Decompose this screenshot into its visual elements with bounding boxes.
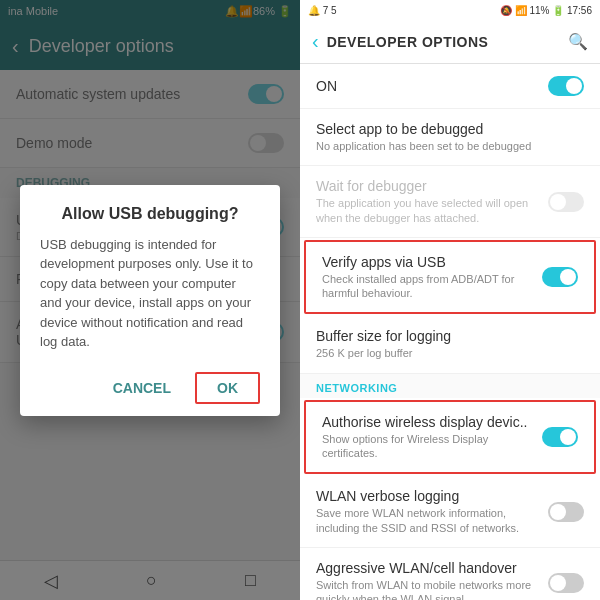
setting-text: Wait for debugger The application you ha…	[316, 178, 548, 225]
left-panel: ina Mobile 🔔📶86% 🔋 ‹ Developer options A…	[0, 0, 300, 600]
setting-sub: 256 K per log buffer	[316, 346, 576, 360]
section-networking: NETWORKING	[300, 374, 600, 398]
toggle-wlan-verbose[interactable]	[548, 502, 584, 522]
setting-label: Aggressive WLAN/cell handover	[316, 560, 540, 576]
right-status-left: 🔔 7 5	[308, 5, 337, 16]
setting-sub: No application has been set to be debugg…	[316, 139, 576, 153]
right-status-right: 🔕 📶 11% 🔋 17:56	[500, 5, 592, 16]
setting-sub: Switch from WLAN to mobile networks more…	[316, 578, 540, 600]
setting-sub: Show options for Wireless Display certif…	[322, 432, 534, 461]
right-page-title: DEVELOPER OPTIONS	[327, 34, 489, 50]
setting-label: Verify apps via USB	[322, 254, 534, 270]
setting-sub: The application you have selected will o…	[316, 196, 540, 225]
right-panel: 🔔 7 5 🔕 📶 11% 🔋 17:56 ‹ DEVELOPER OPTION…	[300, 0, 600, 600]
list-item[interactable]: Aggressive WLAN/cell handover Switch fro…	[300, 548, 600, 600]
list-item[interactable]: WLAN verbose logging Save more WLAN netw…	[300, 476, 600, 548]
setting-text: ON	[316, 78, 548, 94]
setting-label: Buffer size for logging	[316, 328, 576, 344]
ok-button[interactable]: OK	[195, 372, 260, 404]
right-toolbar-left: ‹ DEVELOPER OPTIONS	[312, 30, 488, 53]
setting-sub: Check installed apps from ADB/ADT for ha…	[322, 272, 534, 301]
list-item[interactable]: ON	[300, 64, 600, 109]
dialog-buttons: CANCEL OK	[40, 368, 260, 404]
right-status-bar: 🔔 7 5 🔕 📶 11% 🔋 17:56	[300, 0, 600, 20]
toggle-on[interactable]	[548, 76, 584, 96]
setting-sub: Save more WLAN network information, incl…	[316, 506, 540, 535]
toggle-wait-debugger[interactable]	[548, 192, 584, 212]
list-item[interactable]: Wait for debugger The application you ha…	[300, 166, 600, 238]
dialog-title: Allow USB debugging?	[40, 205, 260, 223]
authorise-wireless-item[interactable]: Authorise wireless display devic.. Show …	[304, 400, 596, 475]
cancel-button[interactable]: CANCEL	[105, 372, 179, 404]
setting-label: Authorise wireless display devic..	[322, 414, 534, 430]
right-back-icon[interactable]: ‹	[312, 30, 319, 53]
setting-text: Authorise wireless display devic.. Show …	[322, 414, 542, 461]
setting-text: Aggressive WLAN/cell handover Switch fro…	[316, 560, 548, 600]
setting-label: WLAN verbose logging	[316, 488, 540, 504]
list-item[interactable]: Buffer size for logging 256 K per log bu…	[300, 316, 600, 373]
search-icon[interactable]: 🔍	[568, 32, 588, 51]
dialog-overlay: Allow USB debugging? USB debugging is in…	[0, 0, 300, 600]
setting-label: Wait for debugger	[316, 178, 540, 194]
dialog-body: USB debugging is intended for developmen…	[40, 235, 260, 352]
setting-text: WLAN verbose logging Save more WLAN netw…	[316, 488, 548, 535]
toggle-aggressive-wlan[interactable]	[548, 573, 584, 593]
setting-label: Select app to be debugged	[316, 121, 576, 137]
setting-text: Select app to be debugged No application…	[316, 121, 584, 153]
setting-text: Buffer size for logging 256 K per log bu…	[316, 328, 584, 360]
toggle-authorise-wireless[interactable]	[542, 427, 578, 447]
verify-apps-item[interactable]: Verify apps via USB Check installed apps…	[304, 240, 596, 315]
right-toolbar: ‹ DEVELOPER OPTIONS 🔍	[300, 20, 600, 64]
setting-label: ON	[316, 78, 540, 94]
toggle-verify-apps[interactable]	[542, 267, 578, 287]
list-item[interactable]: Select app to be debugged No application…	[300, 109, 600, 166]
usb-debug-dialog: Allow USB debugging? USB debugging is in…	[20, 185, 280, 416]
setting-text: Verify apps via USB Check installed apps…	[322, 254, 542, 301]
right-settings-list: ON Select app to be debugged No applicat…	[300, 64, 600, 600]
